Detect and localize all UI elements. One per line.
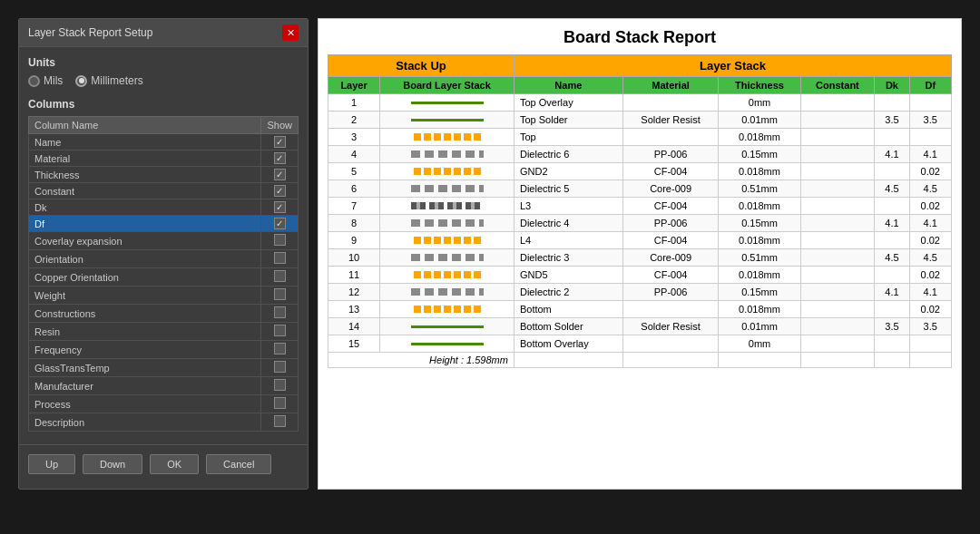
stack-cell: Bottom bbox=[514, 301, 622, 318]
checkbox-unchecked[interactable] bbox=[274, 415, 286, 427]
checkbox-checked[interactable] bbox=[274, 218, 286, 229]
checkbox-unchecked[interactable] bbox=[274, 288, 286, 300]
stack-cell: 0.02 bbox=[909, 232, 951, 249]
checkbox-checked[interactable] bbox=[274, 136, 286, 148]
checkbox-unchecked[interactable] bbox=[274, 343, 286, 354]
mm-radio[interactable]: Millimeters bbox=[75, 74, 142, 87]
column-row[interactable]: Process bbox=[29, 395, 299, 413]
col-board-layer-stack-header: Board Layer Stack bbox=[380, 77, 514, 94]
column-row[interactable]: Dk bbox=[29, 199, 299, 216]
stack-cell: Top bbox=[514, 129, 622, 146]
layer-pattern bbox=[386, 234, 508, 247]
column-show-cell[interactable] bbox=[261, 413, 299, 432]
column-name-cell: Process bbox=[29, 395, 261, 413]
column-row[interactable]: Coverlay expansion bbox=[29, 232, 299, 250]
column-row[interactable]: Name bbox=[29, 134, 299, 150]
stack-cell bbox=[875, 335, 909, 353]
column-row[interactable]: Thickness bbox=[29, 167, 299, 183]
checkbox-unchecked[interactable] bbox=[274, 234, 286, 246]
column-show-cell[interactable] bbox=[261, 359, 299, 377]
stack-cell: GND2 bbox=[514, 163, 622, 180]
stack-cell: 0.15mm bbox=[719, 215, 800, 232]
stack-cell bbox=[800, 163, 875, 180]
stack-cell bbox=[622, 301, 719, 318]
stack-cell bbox=[875, 129, 909, 146]
stack-cell: 0.018mm bbox=[719, 198, 800, 215]
stack-cell: 0.018mm bbox=[719, 163, 800, 180]
column-row[interactable]: Df bbox=[29, 216, 299, 232]
workspace: Layer Stack Report Setup ✕ Units Mils Mi… bbox=[0, 0, 980, 534]
stack-cell: 13 bbox=[328, 301, 380, 318]
stack-cell: 0.018mm bbox=[719, 129, 800, 146]
column-row[interactable]: Weight bbox=[29, 286, 299, 305]
stack-cell: 0mm bbox=[719, 94, 800, 112]
stack-cell bbox=[800, 301, 875, 318]
stack-cell bbox=[800, 267, 875, 284]
column-show-cell[interactable] bbox=[261, 341, 299, 359]
checkbox-unchecked[interactable] bbox=[274, 252, 286, 264]
layer-stack-header: Layer Stack bbox=[514, 55, 951, 77]
column-show-cell[interactable] bbox=[261, 150, 299, 167]
cancel-button[interactable]: Cancel bbox=[206, 454, 271, 474]
checkbox-unchecked[interactable] bbox=[274, 270, 286, 282]
stack-cell: 2 bbox=[328, 112, 380, 129]
col-constant-header: Constant bbox=[800, 77, 875, 94]
stack-cell bbox=[380, 335, 514, 353]
column-row[interactable]: GlassTransTemp bbox=[29, 359, 299, 377]
down-button[interactable]: Down bbox=[83, 454, 142, 474]
checkbox-unchecked[interactable] bbox=[274, 325, 286, 336]
ok-button[interactable]: OK bbox=[150, 454, 199, 474]
checkbox-unchecked[interactable] bbox=[274, 361, 286, 373]
column-show-cell[interactable] bbox=[261, 305, 299, 323]
stack-cell: L4 bbox=[514, 232, 622, 249]
column-row[interactable]: Frequency bbox=[29, 341, 299, 359]
column-show-cell[interactable] bbox=[261, 377, 299, 395]
up-button[interactable]: Up bbox=[28, 454, 75, 474]
column-row[interactable]: Orientation bbox=[29, 250, 299, 268]
column-show-cell[interactable] bbox=[261, 216, 299, 232]
checkbox-unchecked[interactable] bbox=[274, 379, 286, 391]
column-show-cell[interactable] bbox=[261, 250, 299, 268]
column-row[interactable]: Constructions bbox=[29, 305, 299, 323]
stack-row: 15Bottom Overlay0mm bbox=[328, 335, 952, 353]
layer-pattern bbox=[386, 320, 508, 333]
close-button[interactable]: ✕ bbox=[282, 24, 299, 41]
stack-cell: 0mm bbox=[719, 335, 800, 353]
checkbox-checked[interactable] bbox=[274, 185, 286, 197]
column-show-cell[interactable] bbox=[261, 395, 299, 413]
column-row[interactable]: Material bbox=[29, 150, 299, 167]
column-show-cell[interactable] bbox=[261, 323, 299, 341]
stack-cell bbox=[875, 163, 909, 180]
stack-cell bbox=[800, 94, 875, 112]
checkbox-checked[interactable] bbox=[274, 201, 286, 213]
stack-row: 9L4CF-0040.018mm0.02 bbox=[328, 232, 952, 249]
column-row[interactable]: Resin bbox=[29, 323, 299, 341]
panel-content: Units Mils Millimeters Columns Column Na… bbox=[19, 47, 308, 441]
stack-row: 12Dielectric 2PP-0060.15mm4.14.1 bbox=[328, 284, 952, 301]
checkbox-unchecked[interactable] bbox=[274, 397, 286, 409]
column-show-cell[interactable] bbox=[261, 134, 299, 150]
column-name-cell: Material bbox=[29, 150, 261, 167]
mils-radio[interactable]: Mils bbox=[28, 74, 63, 87]
column-show-cell[interactable] bbox=[261, 268, 299, 286]
stack-row: 4Dielectric 6PP-0060.15mm4.14.1 bbox=[328, 146, 952, 163]
column-row[interactable]: Copper Orientation bbox=[29, 268, 299, 286]
checkbox-unchecked[interactable] bbox=[274, 306, 286, 318]
column-row[interactable]: Constant bbox=[29, 183, 299, 199]
column-row[interactable]: Description bbox=[29, 413, 299, 432]
column-show-cell[interactable] bbox=[261, 286, 299, 305]
column-show-cell[interactable] bbox=[261, 232, 299, 250]
stack-cell: Core-009 bbox=[622, 249, 719, 267]
stack-cell bbox=[380, 94, 514, 112]
column-show-cell[interactable] bbox=[261, 183, 299, 199]
column-show-cell[interactable] bbox=[261, 167, 299, 183]
stack-cell: 11 bbox=[328, 267, 380, 284]
stack-cell: 0.01mm bbox=[719, 112, 800, 129]
column-show-cell[interactable] bbox=[261, 199, 299, 216]
stack-cell: CF-004 bbox=[622, 163, 719, 180]
left-panel: Layer Stack Report Setup ✕ Units Mils Mi… bbox=[18, 18, 309, 490]
checkbox-checked[interactable] bbox=[274, 169, 286, 180]
stack-cell: 8 bbox=[328, 215, 380, 232]
column-row[interactable]: Manufacturer bbox=[29, 377, 299, 395]
checkbox-checked[interactable] bbox=[274, 152, 286, 164]
